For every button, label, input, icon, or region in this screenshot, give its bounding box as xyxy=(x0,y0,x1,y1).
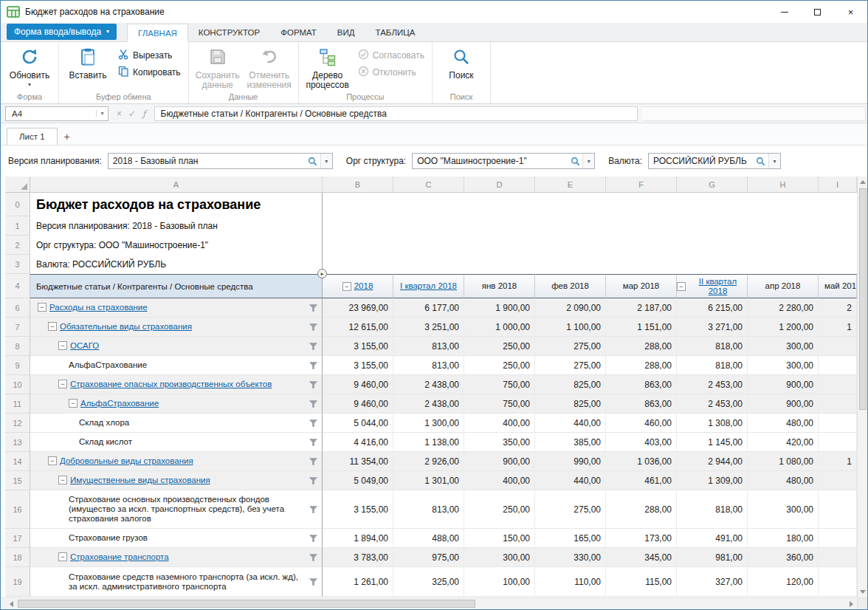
value-cell[interactable]: 488,00 xyxy=(393,529,464,548)
search-icon[interactable] xyxy=(568,157,582,166)
value-cell[interactable]: 6 215,00 xyxy=(677,298,748,318)
add-sheet-button[interactable]: + xyxy=(58,128,77,145)
value-cell[interactable]: 1 000,00 xyxy=(464,318,535,337)
period-header-cell[interactable]: янв 2018 xyxy=(464,274,535,298)
value-cell[interactable] xyxy=(819,414,857,433)
column-header-b[interactable]: B xyxy=(323,177,393,193)
row-label-cell[interactable]: −АльфаСтрахование xyxy=(30,394,323,414)
value-cell[interactable]: 813,00 xyxy=(393,337,464,356)
value-cell[interactable]: 900,00 xyxy=(748,375,819,394)
value-cell[interactable]: 480,00 xyxy=(748,471,819,490)
value-cell[interactable]: 400,00 xyxy=(464,471,535,490)
value-cell[interactable]: 2 280,00 xyxy=(748,298,819,318)
row-label-cell[interactable]: −ОСАГО xyxy=(30,337,323,356)
value-cell[interactable] xyxy=(819,394,857,414)
value-cell[interactable]: 1 036,00 xyxy=(606,452,677,471)
value-cell[interactable]: 275,00 xyxy=(535,356,606,375)
value-cell[interactable]: 900,00 xyxy=(464,452,535,471)
chevron-down-icon[interactable]: ▾ xyxy=(768,154,780,168)
chevron-down-icon[interactable]: ▾ xyxy=(320,154,332,168)
value-cell[interactable]: 300,00 xyxy=(748,356,819,375)
row-header-16[interactable]: 16 xyxy=(5,490,30,529)
value-cell[interactable]: 2 090,00 xyxy=(535,298,606,318)
paste-button[interactable]: Вставить xyxy=(62,44,114,92)
filter-funnel-icon[interactable] xyxy=(309,439,317,446)
search-icon[interactable] xyxy=(754,157,768,166)
value-cell[interactable]: 1 100,00 xyxy=(535,318,606,337)
value-cell[interactable] xyxy=(819,471,857,490)
value-cell[interactable]: 9 460,00 xyxy=(323,394,393,414)
value-cell[interactable]: 1 300,00 xyxy=(393,414,464,433)
group-link[interactable]: Страхование транспорта xyxy=(70,552,169,562)
cut-button[interactable]: Вырезать xyxy=(114,48,185,63)
minimize-button[interactable] xyxy=(768,1,801,23)
filter-currency-combo[interactable]: РОССИЙСКИЙ РУБЛЬ ▾ xyxy=(648,153,781,169)
cell-a1[interactable]: Версия планирования: 2018 - Базовый план xyxy=(30,216,323,236)
h-scroll-thumb[interactable] xyxy=(18,600,475,608)
row-header-0[interactable]: 0 xyxy=(5,193,30,216)
value-cell[interactable] xyxy=(819,337,857,356)
collapse-toggle-icon[interactable]: − xyxy=(69,399,78,408)
value-cell[interactable]: 2 944,00 xyxy=(677,452,748,471)
column-header-c[interactable]: C xyxy=(393,177,464,193)
column-header-g[interactable]: G xyxy=(677,177,748,193)
value-cell[interactable]: 863,00 xyxy=(606,394,677,414)
filter-version-combo[interactable]: 2018 - Базовый план ▾ xyxy=(108,153,333,169)
collapse-toggle-icon[interactable]: − xyxy=(58,341,67,350)
row-header-12[interactable]: 12 xyxy=(5,414,30,433)
row-header-15[interactable]: 15 xyxy=(5,471,30,490)
row-label-cell[interactable]: Склад кислот xyxy=(30,433,323,452)
group-link[interactable]: Обязательные виды страхования xyxy=(60,322,192,332)
value-cell[interactable]: 403,00 xyxy=(606,433,677,452)
period-header-cell[interactable]: апр 2018 xyxy=(748,274,819,298)
filter-funnel-icon[interactable] xyxy=(309,400,317,408)
value-cell[interactable]: 100,00 xyxy=(464,567,535,597)
value-cell[interactable]: 818,00 xyxy=(677,356,748,375)
filter-funnel-icon[interactable] xyxy=(309,506,317,513)
collapse-toggle-icon[interactable]: − xyxy=(58,552,67,561)
value-cell[interactable]: 750,00 xyxy=(464,394,535,414)
value-cell[interactable]: 2 xyxy=(819,298,857,318)
value-cell[interactable]: 461,00 xyxy=(606,471,677,490)
filter-funnel-icon[interactable] xyxy=(309,458,317,465)
collapse-toggle-icon[interactable]: − xyxy=(48,322,57,331)
period-header-cell[interactable]: I квартал 2018 xyxy=(393,274,464,298)
row-label-cell[interactable]: Склад хлора xyxy=(30,414,323,433)
search-button[interactable]: Поиск xyxy=(435,44,487,92)
value-cell[interactable]: 11 354,00 xyxy=(323,452,393,471)
value-cell[interactable]: 165,00 xyxy=(535,529,606,548)
group-link[interactable]: Добровольные виды страхования xyxy=(60,456,193,466)
cell-a2[interactable]: Орг структура: ООО "Машиностроение-1" xyxy=(30,236,323,255)
value-cell[interactable]: 4 416,00 xyxy=(323,433,393,452)
name-box-dropdown-icon[interactable]: ▾ xyxy=(96,110,108,117)
row-header-6[interactable]: 6 xyxy=(5,298,30,318)
period-header-cell[interactable]: фев 2018 xyxy=(535,274,606,298)
value-cell[interactable]: 1 xyxy=(819,452,857,471)
column-header-i[interactable]: I xyxy=(819,177,857,193)
close-button[interactable]: × xyxy=(834,1,867,23)
value-cell[interactable]: 440,00 xyxy=(535,471,606,490)
value-cell[interactable]: 3 251,00 xyxy=(393,318,464,337)
filter-funnel-icon[interactable] xyxy=(309,381,317,388)
value-cell[interactable]: 3 783,00 xyxy=(323,548,393,567)
cell-a3[interactable]: Валюта: РОССИЙСКИЙ РУБЛЬ xyxy=(30,255,323,274)
column-split-knob[interactable]: ▸ xyxy=(317,269,327,278)
selected-cell-a4[interactable]: Бюджетные статьи / Контрагенты / Основны… xyxy=(30,274,323,298)
value-cell[interactable]: 1 261,00 xyxy=(323,567,393,597)
horizontal-scrollbar[interactable] xyxy=(1,597,867,609)
filter-funnel-icon[interactable] xyxy=(309,323,317,331)
value-cell[interactable]: 300,00 xyxy=(748,337,819,356)
row-header-7[interactable]: 7 xyxy=(5,318,30,337)
value-cell[interactable]: 1 308,00 xyxy=(677,414,748,433)
collapse-toggle-icon[interactable]: − xyxy=(58,476,67,484)
chevron-down-icon[interactable]: ▾ xyxy=(582,154,594,168)
column-header-a[interactable]: A xyxy=(30,177,323,193)
row-header-1[interactable]: 1 xyxy=(5,216,30,236)
insert-function-icon[interactable]: ƒ xyxy=(142,109,145,119)
empty-cells[interactable] xyxy=(323,216,857,236)
row-label-cell[interactable]: −Страхование транспорта xyxy=(30,548,323,567)
value-cell[interactable]: 110,00 xyxy=(535,567,606,597)
row-header-9[interactable]: 9 xyxy=(5,356,30,375)
period-header-cell[interactable]: май 2018 xyxy=(819,274,857,298)
row-header-17[interactable]: 17 xyxy=(5,529,30,548)
